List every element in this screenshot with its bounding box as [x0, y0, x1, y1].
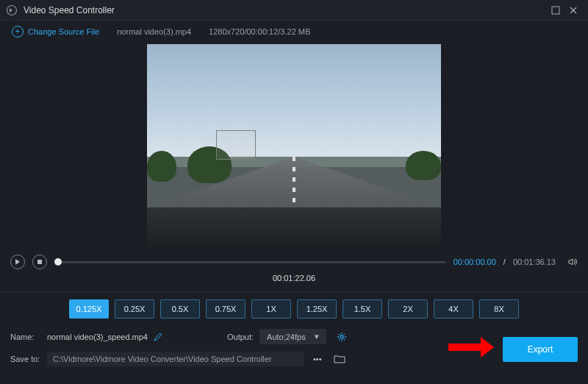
output-name: normal video(3)_speed.mp4	[47, 333, 148, 341]
speed-row: 0.125X0.25X0.5X0.75X1X1.25X1.5X2X4X8X	[0, 299, 588, 319]
speed-0-75x[interactable]: 0.75X	[206, 299, 245, 319]
divider	[0, 291, 588, 292]
time-sep: /	[503, 257, 506, 266]
progress-knob[interactable]	[54, 258, 62, 266]
close-button[interactable]	[564, 1, 582, 19]
output-format-value: Auto;24fps	[267, 333, 306, 341]
volume-button[interactable]	[567, 257, 578, 267]
title-bar: Video Speed Controller	[0, 0, 588, 21]
source-bar: + Change Source File normal video(3).mp4…	[0, 21, 588, 43]
video-preview[interactable]	[147, 44, 441, 249]
speed-1-25x[interactable]: 1.25X	[297, 299, 337, 319]
source-meta: 1280x720/00:00:12/3.22 MB	[209, 27, 310, 36]
name-label: Name:	[10, 333, 41, 341]
output-format-select[interactable]: Auto;24fps ▾	[259, 329, 326, 344]
export-label: Export	[528, 344, 553, 355]
app-logo-icon	[6, 4, 18, 16]
play-button[interactable]	[10, 255, 25, 269]
preview-stage	[0, 43, 588, 250]
speed-4x[interactable]: 4X	[434, 299, 473, 319]
change-source-label: Change Source File	[28, 27, 99, 36]
window-title: Video Speed Controller	[24, 5, 547, 15]
speed-1x[interactable]: 1X	[251, 299, 291, 319]
chevron-down-icon: ▾	[315, 332, 319, 341]
speed-0-125x[interactable]: 0.125X	[69, 299, 109, 319]
change-source-button[interactable]: + Change Source File	[12, 26, 99, 38]
time-total: 00:01:36.13	[513, 257, 556, 266]
elapsed-time: 00:01:22.06	[0, 274, 588, 290]
saveto-path[interactable]: C:\Vidmore\Vidmore Video Converter\Video…	[47, 352, 304, 366]
stop-button[interactable]	[32, 255, 47, 269]
svg-rect-1	[552, 7, 559, 14]
speed-2x[interactable]: 2X	[388, 299, 428, 319]
export-button[interactable]: Export	[503, 337, 578, 362]
svg-rect-2	[37, 260, 42, 264]
speed-8x[interactable]: 8X	[479, 299, 519, 319]
minimize-button[interactable]	[547, 1, 564, 19]
plus-circle-icon: +	[12, 26, 24, 38]
annotation-arrow	[448, 337, 494, 358]
source-filename: normal video(3).mp4	[117, 27, 191, 36]
output-settings-button[interactable]	[337, 332, 347, 342]
edit-name-button[interactable]	[154, 333, 162, 341]
saveto-label: Save to:	[10, 355, 41, 363]
svg-point-3	[340, 335, 343, 338]
time-current: 00:00:00.00	[453, 257, 496, 266]
speed-0-25x[interactable]: 0.25X	[115, 299, 154, 319]
open-folder-button[interactable]	[331, 352, 348, 366]
progress-slider[interactable]	[54, 261, 446, 263]
speed-1-5x[interactable]: 1.5X	[343, 299, 382, 319]
output-label: Output:	[227, 333, 254, 341]
playback-controls: 00:00:00.00 / 00:01:36.13	[0, 250, 588, 274]
speed-0-5x[interactable]: 0.5X	[160, 299, 200, 319]
more-button[interactable]: •••	[310, 353, 325, 365]
footer: Name: normal video(3)_speed.mp4 Output: …	[0, 321, 588, 384]
